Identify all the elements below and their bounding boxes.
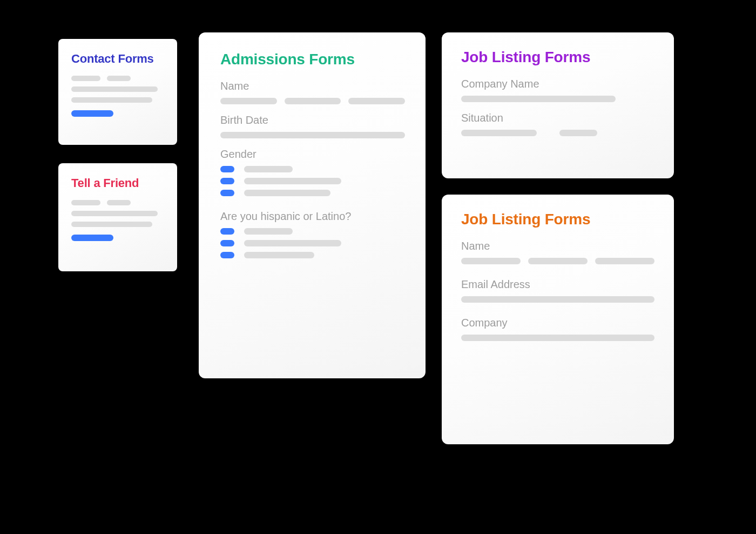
company-name-input-placeholder[interactable] <box>461 96 616 102</box>
gender-option-1[interactable] <box>220 166 405 172</box>
field-label-name: Name <box>220 80 405 92</box>
field-label-situation: Situation <box>461 112 654 124</box>
canvas: Contact Forms Tell a Friend Admissions F… <box>0 0 756 534</box>
submit-button-placeholder[interactable] <box>71 110 113 117</box>
field-label-email: Email Address <box>461 278 654 291</box>
card-job-listing-purple[interactable]: Job Listing Forms Company Name Situation <box>442 32 674 178</box>
field-label-company-name: Company Name <box>461 78 654 90</box>
field-label-name: Name <box>461 240 654 252</box>
field-label-company: Company <box>461 317 654 329</box>
company-input-placeholder[interactable] <box>461 335 654 341</box>
placeholder-lines <box>71 200 164 227</box>
card-title: Contact Forms <box>71 52 164 66</box>
card-admissions-forms[interactable]: Admissions Forms Name Birth Date Gender … <box>199 32 426 378</box>
field-label-gender: Gender <box>220 148 405 161</box>
submit-button-placeholder[interactable] <box>71 235 113 241</box>
card-title: Tell a Friend <box>71 176 164 190</box>
email-input-placeholder[interactable] <box>461 296 654 303</box>
situation-input-placeholder[interactable] <box>461 130 654 136</box>
field-label-birth-date: Birth Date <box>220 114 405 126</box>
hispanic-option-1[interactable] <box>220 228 405 235</box>
hispanic-option-3[interactable] <box>220 252 405 258</box>
card-job-listing-orange[interactable]: Job Listing Forms Name Email Address Com… <box>442 195 674 444</box>
birth-date-input-placeholder[interactable] <box>220 132 405 138</box>
card-title: Job Listing Forms <box>461 49 654 66</box>
card-contact-forms[interactable]: Contact Forms <box>58 39 177 145</box>
hispanic-option-2[interactable] <box>220 240 405 246</box>
field-label-hispanic: Are you hispanic or Latino? <box>220 210 405 223</box>
gender-option-2[interactable] <box>220 178 405 184</box>
name-input-placeholder[interactable] <box>220 98 405 104</box>
placeholder-lines <box>71 76 164 103</box>
card-title: Admissions Forms <box>220 51 405 68</box>
gender-option-3[interactable] <box>220 190 405 196</box>
card-title: Job Listing Forms <box>461 211 654 228</box>
card-tell-a-friend[interactable]: Tell a Friend <box>58 163 177 271</box>
name-input-placeholder[interactable] <box>461 258 654 264</box>
